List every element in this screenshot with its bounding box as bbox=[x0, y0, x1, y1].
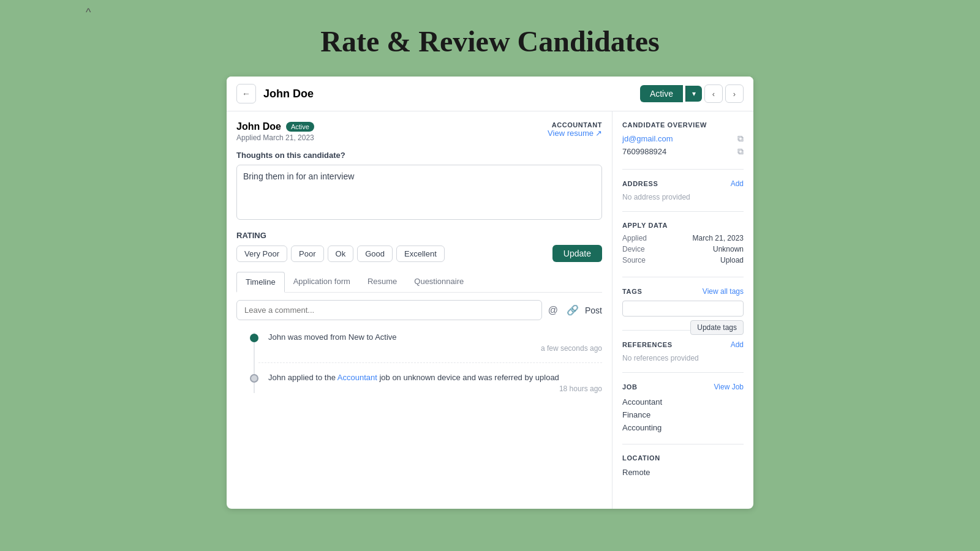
no-references-text: No references provided bbox=[622, 354, 744, 362]
job-section: JOB View Job Accountant Finance Accounti… bbox=[622, 383, 744, 444]
left-panel: John Doe Active Applied March 21, 2023 A… bbox=[227, 111, 612, 509]
candidate-name-block: John Doe Active Applied March 21, 2023 bbox=[236, 121, 314, 142]
right-panel: CANDIDATE OVERVIEW jd@gmail.com ⧉ 760998… bbox=[612, 111, 753, 509]
email-text: jd@gmail.com bbox=[622, 134, 673, 143]
dropdown-button[interactable]: ▾ bbox=[685, 86, 702, 102]
header-actions: Active ▾ ‹ › bbox=[640, 84, 744, 103]
tab-resume[interactable]: Resume bbox=[359, 272, 405, 292]
apply-data-header: APPLY DATA bbox=[622, 222, 744, 229]
location-title: LOCATION bbox=[622, 454, 660, 462]
job-title-label: ACCOUNTANT bbox=[548, 121, 602, 129]
applied-row: Applied March 21, 2023 bbox=[622, 234, 744, 242]
candidate-info: John Doe Active Applied March 21, 2023 A… bbox=[236, 121, 602, 142]
comment-section: @ 🔗 Post bbox=[236, 293, 602, 328]
tags-input[interactable] bbox=[622, 301, 744, 317]
timeline-text-2: John applied to the Accountant job on un… bbox=[268, 373, 602, 382]
update-tags-button[interactable]: Update tags bbox=[690, 320, 744, 335]
main-card: ← John Doe Active ▾ ‹ › John Doe Active … bbox=[227, 77, 753, 509]
tab-timeline[interactable]: Timeline bbox=[236, 272, 285, 293]
page-title: Rate & Review Candidates bbox=[320, 24, 659, 58]
source-row: Source Upload bbox=[622, 256, 744, 264]
rating-very-poor[interactable]: Very Poor bbox=[236, 246, 287, 262]
applied-date: Applied March 21, 2023 bbox=[236, 133, 314, 142]
address-section: ADDRESS Add No address provided bbox=[622, 179, 744, 212]
job-header: JOB View Job bbox=[622, 383, 744, 391]
rating-ok[interactable]: Ok bbox=[328, 246, 354, 262]
candidate-overview-header: CANDIDATE OVERVIEW bbox=[622, 121, 744, 129]
location-section: LOCATION Remote bbox=[622, 454, 744, 489]
timeline-content: John was moved from New to Active a few … bbox=[268, 332, 602, 353]
link-button[interactable]: 🔗 bbox=[564, 302, 581, 318]
timeline-text: John was moved from New to Active bbox=[268, 332, 602, 342]
header-candidate-name: John Doe bbox=[263, 88, 640, 100]
rating-excellent[interactable]: Excellent bbox=[396, 246, 445, 262]
active-status-badge: Active bbox=[286, 122, 314, 132]
timeline-time-2: 18 hours ago bbox=[268, 384, 602, 393]
active-button[interactable]: Active bbox=[640, 85, 683, 102]
back-button[interactable]: ← bbox=[236, 84, 256, 103]
accountant-job-link[interactable]: Accountant bbox=[337, 373, 377, 382]
timeline: John was moved from New to Active a few … bbox=[236, 332, 602, 393]
references-title: REFERENCES bbox=[622, 341, 673, 348]
post-button[interactable]: Post bbox=[585, 305, 602, 315]
add-address-link[interactable]: Add bbox=[731, 179, 744, 188]
candidate-overview-title: CANDIDATE OVERVIEW bbox=[622, 121, 707, 129]
timeline-item: John was moved from New to Active a few … bbox=[236, 332, 602, 353]
copy-email-icon[interactable]: ⧉ bbox=[737, 133, 744, 144]
view-job-link[interactable]: View Job bbox=[714, 383, 744, 391]
tags-section: TAGS View all tags Update tags bbox=[622, 287, 744, 331]
address-header: ADDRESS Add bbox=[622, 179, 744, 188]
job-title: JOB bbox=[622, 383, 638, 391]
timeline-item: John applied to the Accountant job on un… bbox=[236, 373, 602, 393]
comment-input[interactable] bbox=[236, 300, 542, 320]
rating-good[interactable]: Good bbox=[357, 246, 393, 262]
no-address-text: No address provided bbox=[622, 193, 744, 201]
job-title-block: ACCOUNTANT View resume ↗ bbox=[548, 121, 602, 138]
timeline-time: a few seconds ago bbox=[268, 344, 602, 353]
apply-data-title: APPLY DATA bbox=[622, 222, 668, 229]
phone-row: 7609988924 ⧉ bbox=[622, 146, 744, 157]
at-mention-button[interactable]: @ bbox=[546, 302, 560, 318]
thoughts-textarea[interactable]: Bring them in for an interview bbox=[236, 165, 602, 220]
candidate-overview-section: CANDIDATE OVERVIEW jd@gmail.com ⧉ 760998… bbox=[622, 121, 744, 170]
copy-phone-icon[interactable]: ⧉ bbox=[737, 146, 744, 157]
rating-section: RATING Very Poor Poor Ok Good Excellent … bbox=[236, 231, 602, 262]
device-row: Device Unknown bbox=[622, 245, 744, 253]
view-resume-link[interactable]: View resume ↗ bbox=[548, 129, 602, 138]
tab-application-form[interactable]: Application form bbox=[285, 272, 359, 292]
tabs-section: Timeline Application form Resume Questio… bbox=[236, 272, 602, 293]
view-all-tags-link[interactable]: View all tags bbox=[703, 287, 744, 296]
add-reference-link[interactable]: Add bbox=[731, 340, 744, 349]
timeline-content-2: John applied to the Accountant job on un… bbox=[268, 373, 602, 393]
card-body: John Doe Active Applied March 21, 2023 A… bbox=[227, 111, 753, 509]
location-value: Remote bbox=[622, 467, 744, 479]
email-row: jd@gmail.com ⧉ bbox=[622, 133, 744, 144]
timeline-dot-filled bbox=[250, 334, 258, 342]
chevron-up-icon[interactable]: ^ bbox=[86, 6, 91, 19]
candidate-full-name: John Doe bbox=[236, 121, 281, 132]
timeline-divider bbox=[258, 362, 602, 363]
tags-header: TAGS View all tags bbox=[622, 287, 744, 296]
tab-questionnaire[interactable]: Questionnaire bbox=[405, 272, 472, 292]
update-button[interactable]: Update bbox=[552, 245, 602, 262]
card-header: ← John Doe Active ▾ ‹ › bbox=[227, 77, 753, 111]
references-section: REFERENCES Add No references provided bbox=[622, 340, 744, 373]
rating-buttons: Very Poor Poor Ok Good Excellent Update bbox=[236, 245, 602, 262]
timeline-dot-empty bbox=[250, 374, 258, 383]
job-details: Accountant Finance Accounting bbox=[622, 396, 744, 434]
prev-button[interactable]: ‹ bbox=[704, 84, 723, 103]
phone-text: 7609988924 bbox=[622, 147, 666, 156]
thoughts-label: Thoughts on this candidate? bbox=[236, 151, 602, 160]
rating-poor[interactable]: Poor bbox=[291, 246, 323, 262]
references-header: REFERENCES Add bbox=[622, 340, 744, 349]
next-button[interactable]: › bbox=[725, 84, 744, 103]
comment-input-row: @ 🔗 Post bbox=[236, 300, 602, 320]
address-title: ADDRESS bbox=[622, 180, 658, 187]
apply-data-section: APPLY DATA Applied March 21, 2023 Device… bbox=[622, 222, 744, 277]
location-header: LOCATION bbox=[622, 454, 744, 462]
rating-label: RATING bbox=[236, 231, 602, 240]
tags-title: TAGS bbox=[622, 288, 642, 295]
